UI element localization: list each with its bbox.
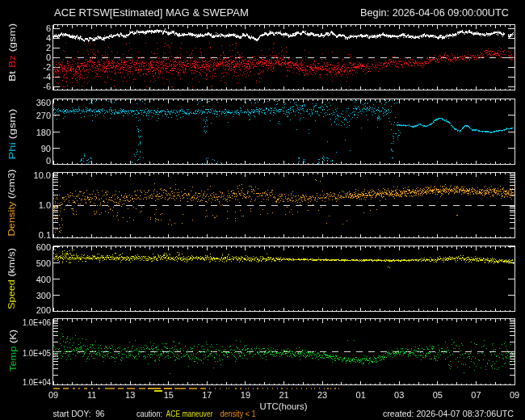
svg-text:07: 07 — [471, 390, 481, 400]
svg-text:0.1: 0.1 — [39, 230, 51, 240]
svg-text:Temp (K): Temp (K) — [8, 330, 18, 372]
svg-text:-2: -2 — [43, 62, 51, 72]
svg-text:created: 2026-04-07 08:37:06UT: created: 2026-04-07 08:37:06UTC — [383, 409, 514, 418]
svg-text:15: 15 — [164, 390, 174, 400]
svg-text:17: 17 — [202, 390, 212, 400]
svg-text:1.0E+04: 1.0E+04 — [23, 377, 51, 387]
svg-text:1.0E+05: 1.0E+05 — [23, 348, 51, 358]
svg-text:4: 4 — [46, 33, 51, 43]
svg-text:11: 11 — [87, 390, 96, 400]
svg-text:200: 200 — [36, 305, 51, 315]
svg-text:Phi (gsm): Phi (gsm) — [7, 109, 17, 160]
svg-text:2: 2 — [46, 43, 51, 52]
svg-text:09: 09 — [510, 390, 519, 400]
svg-text:0: 0 — [46, 156, 51, 166]
svg-text:300: 300 — [36, 291, 51, 300]
svg-text:-4: -4 — [43, 72, 51, 82]
svg-text:500: 500 — [36, 258, 51, 268]
svg-text:Begin: 2026-04-06 09:00:00UTC: Begin: 2026-04-06 09:00:00UTC — [360, 6, 509, 19]
svg-text:Density (/cm3): Density (/cm3) — [6, 170, 16, 237]
svg-text:23: 23 — [317, 390, 327, 400]
svg-text:6: 6 — [46, 23, 51, 33]
svg-text:density < 1: density < 1 — [220, 409, 256, 418]
svg-text:10.0: 10.0 — [34, 170, 51, 180]
svg-text:21: 21 — [279, 390, 288, 400]
svg-text:start DOY: 96: start DOY: 96 — [53, 409, 105, 418]
svg-text:90: 90 — [41, 144, 51, 153]
svg-text:03: 03 — [394, 390, 404, 400]
svg-text:09: 09 — [48, 390, 58, 400]
svg-text:01: 01 — [356, 390, 366, 400]
svg-text:Speed (km/s): Speed (km/s) — [6, 248, 16, 309]
svg-text:Bt Bz (gsm): Bt Bz (gsm) — [7, 23, 17, 82]
svg-text:19: 19 — [241, 390, 250, 400]
svg-text:270: 270 — [36, 111, 51, 120]
svg-text:1.0: 1.0 — [39, 200, 51, 210]
svg-text:180: 180 — [36, 128, 51, 137]
svg-text:0: 0 — [46, 52, 51, 62]
svg-text:caution:: caution: — [136, 409, 162, 418]
svg-text:ACE maneuver: ACE maneuver — [166, 409, 213, 418]
svg-text:05: 05 — [433, 390, 443, 400]
svg-text:ACE RTSW[Estimated] MAG & SWEP: ACE RTSW[Estimated] MAG & SWEPAM — [54, 6, 249, 19]
svg-text:600: 600 — [36, 242, 51, 252]
svg-text:UTC(hours): UTC(hours) — [260, 401, 308, 411]
svg-text:360: 360 — [36, 98, 51, 107]
svg-text:-6: -6 — [43, 82, 51, 91]
svg-text:1.0E+06: 1.0E+06 — [23, 317, 51, 327]
svg-text:400: 400 — [36, 275, 51, 284]
svg-text:13: 13 — [125, 390, 135, 400]
